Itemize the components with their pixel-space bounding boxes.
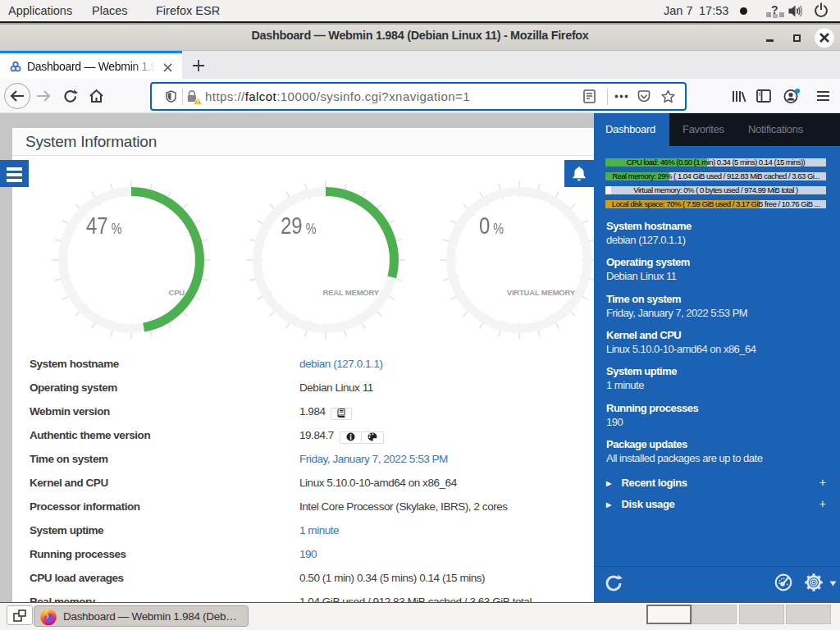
svg-text:?: ? xyxy=(771,3,778,16)
